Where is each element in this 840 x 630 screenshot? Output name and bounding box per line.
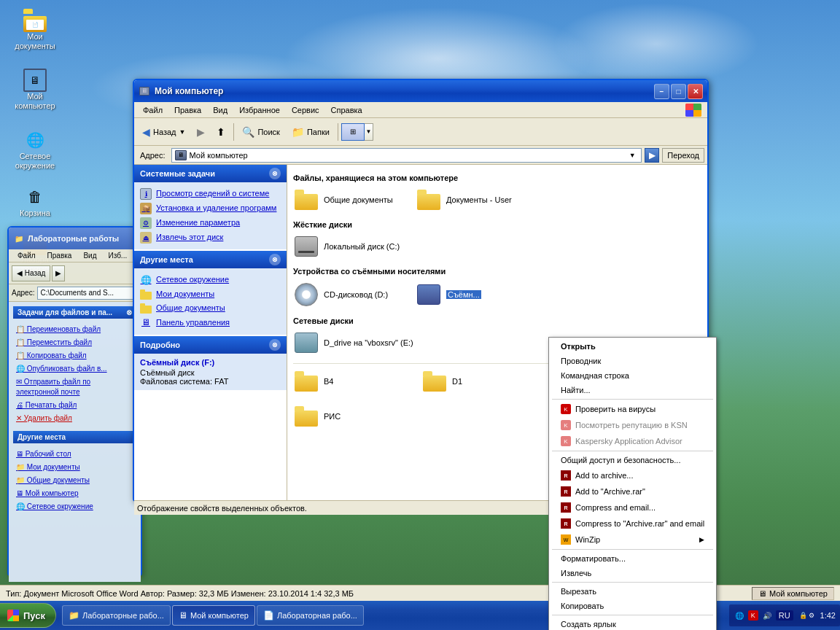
network-link[interactable]: 🌐 Сетевое окружение (16, 500, 133, 513)
netdrive-icon (295, 332, 318, 353)
desktop-icon-my-computer[interactable]: 🖥 Мойкомпьютер (9, 66, 61, 114)
clock: 1:42 (820, 611, 836, 620)
forward-button[interactable]: ▶ (192, 121, 210, 143)
tray-volume-icon[interactable]: 🔊 (761, 610, 773, 621)
system-tasks-header[interactable]: Системные задачи ⊗ (134, 165, 287, 182)
behind-address[interactable]: C:\Documents and S... (37, 287, 135, 300)
behind-menu-edit[interactable]: Правка (42, 250, 78, 261)
move-link[interactable]: 📋 Переместить файл (16, 336, 133, 349)
network-drive-e[interactable]: D_drive на "vboxsrv" (E:) (293, 331, 415, 354)
ctx-scan-virus[interactable]: K Проверить на вирусы (549, 401, 716, 417)
eject-disk[interactable]: ⏏ Извлечь этот диск (140, 230, 281, 245)
address-dropdown[interactable]: ▼ (626, 149, 638, 161)
publish-link[interactable]: 🌐 Опубликовать файл в... (16, 362, 133, 376)
network-link[interactable]: 🌐 Сетевое окружение (140, 273, 281, 287)
ctx-cut[interactable]: Вырезать (549, 584, 716, 599)
tray-icon-2[interactable]: ⚙ (809, 612, 814, 619)
address-go-arrow[interactable]: ▶ (645, 148, 659, 163)
desktop-icon-recycle[interactable]: 🗑 Корзина (9, 182, 61, 221)
shared-docs-link[interactable]: Общие документы (140, 301, 281, 315)
toolbar-divider-1 (233, 123, 234, 141)
back-button[interactable]: ◀ Назад ▼ (137, 121, 190, 143)
change-settings[interactable]: ⚙ Изменение параметра (140, 216, 281, 230)
details-header[interactable]: Подробно ⊗ (134, 336, 287, 354)
ctx-compress-archive-email[interactable]: R Compress to "Archive.rar" and email (549, 516, 716, 532)
ctx-format[interactable]: Форматировать... (549, 551, 716, 566)
removable-f[interactable]: Съёмн... (416, 281, 532, 308)
system-tasks-content: ℹ Просмотр сведений о системе 📦 Установк… (134, 182, 287, 249)
add-remove-programs[interactable]: 📦 Установка и удаление программ (140, 201, 281, 216)
behind-window: 📁 Лабораторные работы Файл Правка Вид Из… (7, 226, 142, 576)
tray-network-icon[interactable]: 🌐 (734, 610, 745, 621)
my-docs-link[interactable]: Мои документы (140, 287, 281, 301)
mycomp-link[interactable]: 🖥 Мой компьютер (16, 487, 133, 500)
ctx-explorer[interactable]: Проводник (549, 354, 716, 368)
behind-menu-favorites[interactable]: Изб... (102, 250, 133, 261)
menu-view[interactable]: Вид (207, 104, 233, 116)
system-tasks-collapse[interactable]: ⊗ (269, 168, 281, 179)
view-icons-btn[interactable]: ⊞ (341, 123, 365, 141)
address-input[interactable]: 🖥 Мой компьютер ▼ (171, 148, 642, 163)
delete-link[interactable]: ✕ Удалить файл (16, 412, 133, 425)
rename-link[interactable]: 📋 Переименовать файл (16, 323, 133, 336)
ctx-copy[interactable]: Копировать (549, 599, 716, 613)
network-icon: 🌐 (140, 274, 152, 286)
view-system-info[interactable]: ℹ Просмотр сведений о системе (140, 187, 281, 201)
copy-link[interactable]: 📋 Копировать файл (16, 349, 133, 362)
ctx-create-shortcut[interactable]: Создать ярлык (549, 617, 716, 630)
desktop-icon-my-documents[interactable]: 📄 Мои документы (9, 6, 61, 54)
behind-back-btn[interactable]: ◀ Назад (12, 265, 50, 281)
maximize-button[interactable]: □ (671, 84, 686, 99)
print-link[interactable]: 🖨 Печатать файл (16, 399, 133, 412)
tray-kaspersky-icon[interactable]: K (748, 610, 758, 621)
shared-docs-item[interactable]: Общие документы (293, 188, 410, 211)
folders-button[interactable]: 📁 Папки (287, 121, 335, 143)
ctx-add-archive[interactable]: R Add to archive... (549, 467, 716, 483)
go-button[interactable]: Переход (662, 148, 704, 163)
other-places-collapse[interactable]: ⊗ (269, 254, 281, 265)
control-panel-link[interactable]: 🖥 Панель управления (140, 316, 281, 330)
email-link[interactable]: ✉ Отправить файл по электронной почте (16, 376, 133, 399)
behind-menu-file[interactable]: Файл (12, 250, 42, 261)
mydocs-link[interactable]: 📁 Мои документы (16, 461, 133, 474)
ctx-add-archive-rar[interactable]: R Add to "Archive.rar" (549, 483, 716, 499)
ctx-cmd[interactable]: Командная строка (549, 368, 716, 383)
menu-help[interactable]: Справка (325, 104, 368, 116)
up-button[interactable]: ⬆ (211, 121, 230, 143)
details-collapse[interactable]: ⊗ (269, 339, 281, 351)
ctx-sharing[interactable]: Общий доступ и безопасность... (549, 453, 716, 467)
minimize-button[interactable]: − (654, 84, 669, 99)
ctx-compress-email[interactable]: R Compress and email... (549, 499, 716, 516)
shared-link[interactable]: 📁 Общие документы (16, 474, 133, 487)
taskbar-item-1[interactable]: 📁 Лабораторные рабо... (62, 605, 171, 626)
behind-forward-btn[interactable]: ▶ (52, 265, 65, 281)
ctx-winzip[interactable]: W WinZip (549, 532, 716, 548)
hdd-c-label: Локальный диск (C:) (324, 242, 400, 251)
taskbar-item-3[interactable]: 📄 Лабораторная рабо... (257, 605, 364, 626)
folder-d1[interactable]: D1 (421, 370, 538, 393)
search-button[interactable]: 🔍 Поиск (237, 121, 284, 143)
other-places-header[interactable]: Другие места ⊗ (134, 251, 287, 268)
desktop-link[interactable]: 🖥 Рабочий стол (16, 448, 133, 461)
menu-tools[interactable]: Сервис (286, 104, 325, 116)
view-dropdown-btn[interactable]: ▼ (365, 123, 373, 141)
folder-ric[interactable]: РИС (293, 405, 410, 428)
ctx-eject[interactable]: Извлечь (549, 566, 716, 580)
lang-indicator[interactable]: RU (776, 610, 793, 621)
user-docs-item[interactable]: Документы - User (416, 188, 532, 211)
menu-favorites[interactable]: Избранное (233, 104, 286, 116)
local-disk-c[interactable]: Локальный диск (C:) (293, 235, 410, 258)
ctx-open[interactable]: Открыть (549, 339, 716, 354)
menu-file[interactable]: Файл (137, 104, 168, 116)
behind-menu-view[interactable]: Вид (77, 250, 102, 261)
start-button[interactable]: Пуск (0, 603, 56, 628)
desktop-icon-network[interactable]: 🌐 Сетевоеокружение (9, 125, 61, 174)
cd-drive-d[interactable]: CD-дисковод (D:) (293, 281, 410, 308)
menu-edit[interactable]: Правка (168, 104, 207, 116)
netdrive-label: D_drive на "vboxsrv" (E:) (324, 338, 413, 347)
folder-b4[interactable]: B4 (293, 370, 410, 393)
close-button[interactable]: ✕ (688, 84, 703, 99)
ctx-find[interactable]: Найти... (549, 383, 716, 397)
taskbar-item-2[interactable]: 🖥 Мой компьютер (172, 605, 255, 626)
tray-icon-1[interactable]: 🔒 (799, 612, 807, 619)
